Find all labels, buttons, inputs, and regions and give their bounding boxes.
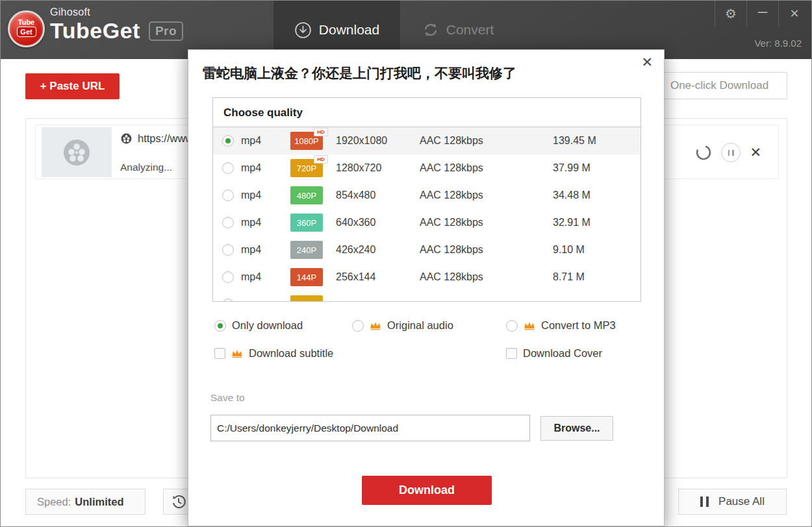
film-reel-icon bbox=[61, 137, 92, 168]
hd-tag: HD bbox=[314, 155, 328, 164]
pause-all-button[interactable]: Pause All bbox=[678, 489, 787, 515]
save-path-input[interactable] bbox=[210, 415, 530, 441]
audio-label: AAC 128kbps bbox=[420, 135, 483, 147]
version-label: Ver: 8.9.02 bbox=[754, 38, 802, 49]
quality-row-1080p[interactable]: mp4 1080P HD 1920x1080 AAC 128kbps 139.4… bbox=[213, 127, 641, 154]
quality-radio[interactable] bbox=[222, 135, 234, 147]
quality-rows: mp4 1080P HD 1920x1080 AAC 128kbps 139.4… bbox=[213, 127, 641, 301]
quality-badge: 144P bbox=[290, 268, 323, 286]
option-convert-mp3[interactable]: Convert to MP3 bbox=[506, 319, 616, 332]
app-title: TubeGetPro bbox=[50, 18, 183, 43]
original-audio-label: Original audio bbox=[387, 319, 453, 332]
logo-text-get: Get bbox=[17, 27, 36, 37]
quality-row-240p[interactable]: mp4 240P 426x240 AAC 128kbps 9.10 M bbox=[213, 236, 641, 264]
size-label: 139.45 M bbox=[553, 135, 596, 147]
crown-icon bbox=[231, 349, 243, 358]
quality-row-144p[interactable]: mp4 144P 256x144 AAC 128kbps 8.71 M bbox=[213, 264, 641, 291]
quality-row-partial[interactable] bbox=[213, 291, 641, 301]
audio-label: AAC 128kbps bbox=[420, 217, 483, 228]
item-url: https://www bbox=[138, 132, 193, 145]
tab-convert-label: Convert bbox=[446, 22, 494, 38]
brand-name: Gihosoft bbox=[50, 6, 183, 18]
quality-badge bbox=[290, 295, 323, 301]
video-thumbnail-placeholder bbox=[42, 127, 112, 177]
option-original-audio[interactable]: Original audio bbox=[352, 319, 453, 332]
audio-label: AAC 128kbps bbox=[420, 244, 483, 256]
quality-row-720p[interactable]: mp4 720P HD 1280x720 AAC 128kbps 37.99 M bbox=[213, 154, 641, 182]
settings-gear-icon[interactable]: ⚙ bbox=[715, 1, 746, 27]
quality-badge: 480P bbox=[290, 186, 323, 204]
close-window-icon[interactable]: ✕ bbox=[778, 1, 810, 27]
app-window: Tube Get Gihosoft TubeGetPro Download Co… bbox=[0, 0, 812, 527]
quality-radio[interactable] bbox=[222, 162, 234, 174]
crown-icon bbox=[370, 321, 381, 330]
item-title-row: https://www bbox=[120, 132, 193, 145]
size-label: 8.71 M bbox=[553, 271, 585, 283]
option-download-cover[interactable]: Download Cover bbox=[506, 347, 602, 360]
film-reel-small-icon bbox=[120, 132, 133, 145]
save-to-label: Save to bbox=[210, 392, 245, 404]
quality-radio[interactable] bbox=[222, 190, 234, 201]
quality-radio[interactable] bbox=[222, 244, 234, 256]
quality-box: Choose quality mp4 1080P HD 1920x1080 AA… bbox=[212, 97, 641, 302]
history-clock-icon bbox=[171, 494, 186, 509]
convert-mp3-radio[interactable] bbox=[506, 320, 518, 332]
quality-row-480p[interactable]: mp4 480P 854x480 AAC 128kbps 34.48 M bbox=[213, 182, 641, 209]
resolution-label: 640x360 bbox=[336, 217, 375, 228]
quality-radio[interactable] bbox=[222, 217, 234, 228]
quality-radio[interactable] bbox=[222, 271, 234, 283]
tab-download-label: Download bbox=[319, 22, 379, 38]
quality-radio[interactable] bbox=[222, 299, 234, 301]
format-label: mp4 bbox=[241, 135, 261, 147]
download-subtitle-checkbox[interactable] bbox=[214, 348, 225, 359]
minimize-icon[interactable]: – bbox=[746, 1, 778, 27]
speed-limit-button[interactable]: Speed: Unlimited bbox=[25, 489, 146, 515]
format-label: mp4 bbox=[241, 190, 261, 201]
paste-url-button[interactable]: + Paste URL bbox=[25, 73, 120, 99]
one-click-download-button[interactable]: One-click Download bbox=[652, 72, 787, 99]
convert-sync-icon bbox=[422, 21, 439, 38]
resolution-label: 256x144 bbox=[336, 271, 375, 283]
size-label: 37.99 M bbox=[553, 162, 590, 174]
size-label: 9.10 M bbox=[553, 244, 585, 256]
download-circle-icon bbox=[294, 21, 312, 39]
format-label: mp4 bbox=[241, 217, 261, 228]
format-label: mp4 bbox=[241, 162, 261, 174]
quality-row-360p[interactable]: mp4 360P 640x360 AAC 128kbps 32.91 M bbox=[213, 209, 641, 236]
pause-item-button[interactable] bbox=[721, 143, 741, 162]
download-options-dialog: ✕ 雷蛇电脑上液金？你还是上门打我吧，不要叫我修了 Choose quality… bbox=[188, 49, 665, 526]
audio-label: AAC 128kbps bbox=[420, 162, 483, 174]
resolution-label: 1920x1080 bbox=[336, 135, 387, 147]
audio-label: AAC 128kbps bbox=[420, 190, 483, 201]
video-title: 雷蛇电脑上液金？你还是上门打我吧，不要叫我修了 bbox=[203, 64, 516, 82]
logo-text-tube: Tube bbox=[10, 18, 43, 26]
window-controls: ⚙ – ✕ bbox=[715, 1, 810, 27]
only-download-radio[interactable] bbox=[214, 320, 226, 332]
size-label: 32.91 M bbox=[553, 217, 590, 228]
format-label: mp4 bbox=[241, 244, 261, 256]
hd-tag: HD bbox=[314, 128, 328, 136]
download-subtitle-label: Download subtitle bbox=[249, 347, 333, 360]
original-audio-radio[interactable] bbox=[352, 320, 364, 332]
app-title-text: TubeGet bbox=[50, 18, 140, 43]
browse-button[interactable]: Browse... bbox=[540, 416, 613, 441]
remove-item-icon[interactable]: ✕ bbox=[750, 146, 761, 159]
option-only-download[interactable]: Only download bbox=[214, 319, 303, 332]
format-label: mp4 bbox=[241, 271, 261, 283]
speed-value: Unlimited bbox=[75, 496, 123, 508]
download-button[interactable]: Download bbox=[362, 476, 492, 505]
dialog-close-icon[interactable]: ✕ bbox=[641, 55, 653, 70]
convert-mp3-label: Convert to MP3 bbox=[541, 319, 616, 332]
quality-badge: 360P bbox=[290, 214, 323, 232]
quality-badge: 240P bbox=[290, 241, 323, 259]
crown-icon bbox=[524, 321, 535, 330]
audio-label: AAC 128kbps bbox=[420, 271, 483, 283]
pro-badge: Pro bbox=[149, 21, 183, 41]
resolution-label: 426x240 bbox=[336, 244, 375, 256]
download-cover-checkbox[interactable] bbox=[506, 348, 517, 359]
download-cover-label: Download Cover bbox=[523, 347, 602, 360]
only-download-label: Only download bbox=[232, 319, 303, 332]
option-download-subtitle[interactable]: Download subtitle bbox=[214, 347, 333, 360]
loading-spinner-icon bbox=[695, 144, 712, 161]
speed-label: Speed: bbox=[37, 496, 71, 508]
